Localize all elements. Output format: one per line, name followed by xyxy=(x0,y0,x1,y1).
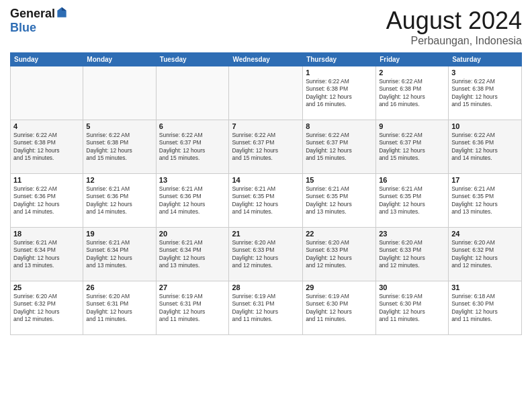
day-cell: 24Sunrise: 6:20 AMSunset: 6:32 PMDayligh… xyxy=(449,228,522,281)
day-number: 30 xyxy=(379,283,445,291)
day-number: 11 xyxy=(13,176,80,184)
day-info: Sunrise: 6:19 AMSunset: 6:30 PMDaylight:… xyxy=(379,293,445,324)
day-number: 1 xyxy=(306,68,373,77)
day-info: Sunrise: 6:21 AMSunset: 6:36 PMDaylight:… xyxy=(159,185,226,216)
header: General Blue August 2024 Perbaungan, Ind… xyxy=(10,7,522,47)
day-number: 19 xyxy=(86,230,152,238)
day-number: 24 xyxy=(451,230,519,238)
page: General Blue August 2024 Perbaungan, Ind… xyxy=(0,0,532,411)
week-row-3: 11Sunrise: 6:22 AMSunset: 6:36 PMDayligh… xyxy=(11,174,522,228)
day-number: 14 xyxy=(232,176,300,184)
day-number: 31 xyxy=(451,283,519,291)
header-friday: Friday xyxy=(376,53,449,66)
logo-general-text: General xyxy=(10,7,55,21)
day-number: 10 xyxy=(451,122,519,130)
header-monday: Monday xyxy=(83,53,156,66)
location: Perbaungan, Indonesia xyxy=(386,35,522,47)
day-number: 16 xyxy=(379,176,445,184)
day-info: Sunrise: 6:21 AMSunset: 6:34 PMDaylight:… xyxy=(13,239,80,270)
day-cell: 22Sunrise: 6:20 AMSunset: 6:33 PMDayligh… xyxy=(303,228,376,281)
calendar: Sunday Monday Tuesday Wednesday Thursday… xyxy=(10,52,522,335)
day-info: Sunrise: 6:22 AMSunset: 6:38 PMDaylight:… xyxy=(379,78,445,109)
day-cell xyxy=(11,66,83,120)
day-cell: 8Sunrise: 6:22 AMSunset: 6:37 PMDaylight… xyxy=(303,120,376,174)
logo: General Blue xyxy=(10,7,69,35)
day-cell: 20Sunrise: 6:21 AMSunset: 6:34 PMDayligh… xyxy=(156,228,229,281)
day-number: 22 xyxy=(306,230,373,238)
day-number: 21 xyxy=(232,230,300,238)
header-wednesday: Wednesday xyxy=(229,53,303,66)
day-number: 3 xyxy=(451,68,519,77)
day-info: Sunrise: 6:22 AMSunset: 6:38 PMDaylight:… xyxy=(451,78,519,109)
day-cell xyxy=(229,66,303,120)
day-info: Sunrise: 6:19 AMSunset: 6:31 PMDaylight:… xyxy=(232,293,300,324)
day-info: Sunrise: 6:21 AMSunset: 6:35 PMDaylight:… xyxy=(232,185,300,216)
day-number: 9 xyxy=(379,122,445,130)
day-number: 29 xyxy=(306,283,373,291)
day-info: Sunrise: 6:22 AMSunset: 6:37 PMDaylight:… xyxy=(306,132,373,163)
day-cell: 23Sunrise: 6:20 AMSunset: 6:33 PMDayligh… xyxy=(376,228,449,281)
day-cell: 30Sunrise: 6:19 AMSunset: 6:30 PMDayligh… xyxy=(376,281,449,335)
day-info: Sunrise: 6:21 AMSunset: 6:35 PMDaylight:… xyxy=(306,185,373,216)
day-cell: 27Sunrise: 6:19 AMSunset: 6:31 PMDayligh… xyxy=(156,281,229,335)
day-info: Sunrise: 6:20 AMSunset: 6:32 PMDaylight:… xyxy=(451,239,519,270)
day-cell xyxy=(83,66,156,120)
week-row-4: 18Sunrise: 6:21 AMSunset: 6:34 PMDayligh… xyxy=(11,228,522,281)
day-number: 26 xyxy=(86,283,152,291)
day-cell: 18Sunrise: 6:21 AMSunset: 6:34 PMDayligh… xyxy=(11,228,83,281)
day-cell: 11Sunrise: 6:22 AMSunset: 6:36 PMDayligh… xyxy=(11,174,83,228)
day-info: Sunrise: 6:19 AMSunset: 6:30 PMDaylight:… xyxy=(306,293,373,324)
day-info: Sunrise: 6:20 AMSunset: 6:31 PMDaylight:… xyxy=(86,293,152,324)
day-number: 6 xyxy=(159,122,226,130)
day-cell xyxy=(156,66,229,120)
day-cell: 1Sunrise: 6:22 AMSunset: 6:38 PMDaylight… xyxy=(303,66,376,120)
day-number: 7 xyxy=(232,122,300,130)
day-cell: 4Sunrise: 6:22 AMSunset: 6:38 PMDaylight… xyxy=(11,120,83,174)
logo-icon xyxy=(55,6,69,19)
day-number: 5 xyxy=(86,122,152,130)
day-info: Sunrise: 6:21 AMSunset: 6:35 PMDaylight:… xyxy=(451,185,519,216)
day-cell: 28Sunrise: 6:19 AMSunset: 6:31 PMDayligh… xyxy=(229,281,303,335)
day-cell: 16Sunrise: 6:21 AMSunset: 6:35 PMDayligh… xyxy=(376,174,449,228)
day-cell: 19Sunrise: 6:21 AMSunset: 6:34 PMDayligh… xyxy=(83,228,156,281)
day-cell: 6Sunrise: 6:22 AMSunset: 6:37 PMDaylight… xyxy=(156,120,229,174)
day-cell: 13Sunrise: 6:21 AMSunset: 6:36 PMDayligh… xyxy=(156,174,229,228)
day-cell: 14Sunrise: 6:21 AMSunset: 6:35 PMDayligh… xyxy=(229,174,303,228)
day-info: Sunrise: 6:19 AMSunset: 6:31 PMDaylight:… xyxy=(159,293,226,324)
header-tuesday: Tuesday xyxy=(156,53,229,66)
day-cell: 12Sunrise: 6:21 AMSunset: 6:36 PMDayligh… xyxy=(83,174,156,228)
header-thursday: Thursday xyxy=(303,53,376,66)
day-info: Sunrise: 6:22 AMSunset: 6:38 PMDaylight:… xyxy=(306,78,373,109)
weekday-header-row: Sunday Monday Tuesday Wednesday Thursday… xyxy=(11,53,522,66)
day-number: 28 xyxy=(232,283,300,291)
header-saturday: Saturday xyxy=(449,53,522,66)
day-cell: 3Sunrise: 6:22 AMSunset: 6:38 PMDaylight… xyxy=(449,66,522,120)
day-number: 12 xyxy=(86,176,152,184)
day-cell: 17Sunrise: 6:21 AMSunset: 6:35 PMDayligh… xyxy=(449,174,522,228)
day-info: Sunrise: 6:20 AMSunset: 6:33 PMDaylight:… xyxy=(232,239,300,270)
day-number: 8 xyxy=(306,122,373,130)
day-cell: 21Sunrise: 6:20 AMSunset: 6:33 PMDayligh… xyxy=(229,228,303,281)
day-cell: 9Sunrise: 6:22 AMSunset: 6:37 PMDaylight… xyxy=(376,120,449,174)
day-info: Sunrise: 6:21 AMSunset: 6:36 PMDaylight:… xyxy=(86,185,152,216)
day-info: Sunrise: 6:21 AMSunset: 6:34 PMDaylight:… xyxy=(159,239,226,270)
day-info: Sunrise: 6:20 AMSunset: 6:32 PMDaylight:… xyxy=(13,293,80,324)
day-info: Sunrise: 6:18 AMSunset: 6:30 PMDaylight:… xyxy=(451,293,519,324)
logo-blue-text: Blue xyxy=(10,21,36,34)
day-cell: 15Sunrise: 6:21 AMSunset: 6:35 PMDayligh… xyxy=(303,174,376,228)
day-info: Sunrise: 6:22 AMSunset: 6:37 PMDaylight:… xyxy=(159,132,226,163)
day-info: Sunrise: 6:21 AMSunset: 6:34 PMDaylight:… xyxy=(86,239,152,270)
day-cell: 2Sunrise: 6:22 AMSunset: 6:38 PMDaylight… xyxy=(376,66,449,120)
day-info: Sunrise: 6:22 AMSunset: 6:36 PMDaylight:… xyxy=(13,185,80,216)
day-number: 25 xyxy=(13,283,80,291)
day-cell: 26Sunrise: 6:20 AMSunset: 6:31 PMDayligh… xyxy=(83,281,156,335)
day-info: Sunrise: 6:22 AMSunset: 6:36 PMDaylight:… xyxy=(451,132,519,163)
day-number: 23 xyxy=(379,230,445,238)
day-number: 4 xyxy=(13,122,80,130)
day-cell: 31Sunrise: 6:18 AMSunset: 6:30 PMDayligh… xyxy=(449,281,522,335)
day-info: Sunrise: 6:22 AMSunset: 6:37 PMDaylight:… xyxy=(379,132,445,163)
day-number: 20 xyxy=(159,230,226,238)
day-number: 13 xyxy=(159,176,226,184)
day-cell: 7Sunrise: 6:22 AMSunset: 6:37 PMDaylight… xyxy=(229,120,303,174)
day-number: 2 xyxy=(379,68,445,77)
